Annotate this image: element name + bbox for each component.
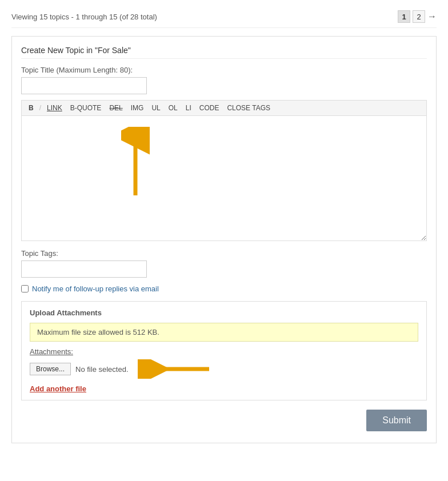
pagination: 1 2 → (398, 10, 437, 23)
new-topic-form: Create New Topic in "For Sale" Topic Tit… (11, 36, 437, 443)
browse-button[interactable]: Browse... (30, 363, 71, 375)
ul-button[interactable]: UL (149, 103, 162, 113)
ol-button[interactable]: OL (166, 103, 180, 113)
no-file-text: No file selected. (75, 365, 129, 374)
file-row: Browse... No file selected. (30, 359, 418, 379)
add-file-link[interactable]: Add another file (30, 384, 86, 393)
next-page-arrow[interactable]: → (427, 11, 437, 22)
notify-row: Notify me of follow-up replies via email (21, 284, 427, 293)
tags-input[interactable] (21, 260, 147, 278)
content-textarea[interactable] (21, 115, 427, 241)
arrow-left-annotation (138, 359, 212, 379)
close-tags-button[interactable]: CLOSE TAGS (225, 103, 273, 113)
toolbar-sep-1: / (39, 104, 41, 112)
file-size-notice: Maximum file size allowed is 512 KB. (30, 323, 418, 342)
li-button[interactable]: LI (183, 103, 194, 113)
page-2-btn[interactable]: 2 (413, 10, 425, 23)
page-1-btn[interactable]: 1 (398, 10, 410, 23)
editor-toolbar: B / LINK B-QUOTE DEL IMG UL OL LI CODE C… (21, 100, 427, 115)
viewing-text: Viewing 15 topics - 1 through 15 (of 28 … (11, 13, 157, 21)
tags-label: Topic Tags: (21, 249, 427, 258)
link-button[interactable]: LINK (45, 103, 65, 113)
attachments-label: Attachments: (30, 347, 418, 356)
form-title: Create New Topic in "For Sale" (21, 46, 427, 59)
viewing-info: Viewing 15 topics - 1 through 15 (of 28 … (11, 6, 437, 28)
notify-label[interactable]: Notify me of follow-up replies via email (32, 284, 159, 293)
notify-checkbox[interactable] (21, 285, 29, 292)
upload-section: Upload Attachments Maximum file size all… (21, 301, 427, 400)
submit-button[interactable]: Submit (366, 410, 427, 431)
topic-title-label: Topic Title (Maximum Length: 80): (21, 66, 427, 74)
submit-row: Submit (21, 410, 427, 431)
del-button[interactable]: DEL (107, 103, 125, 113)
bquote-button[interactable]: B-QUOTE (68, 103, 104, 113)
topic-title-input[interactable] (21, 77, 147, 94)
content-area-wrapper (21, 115, 427, 241)
upload-title: Upload Attachments (30, 308, 418, 317)
img-button[interactable]: IMG (129, 103, 146, 113)
bold-button[interactable]: B (26, 103, 36, 113)
code-button[interactable]: CODE (197, 103, 222, 113)
